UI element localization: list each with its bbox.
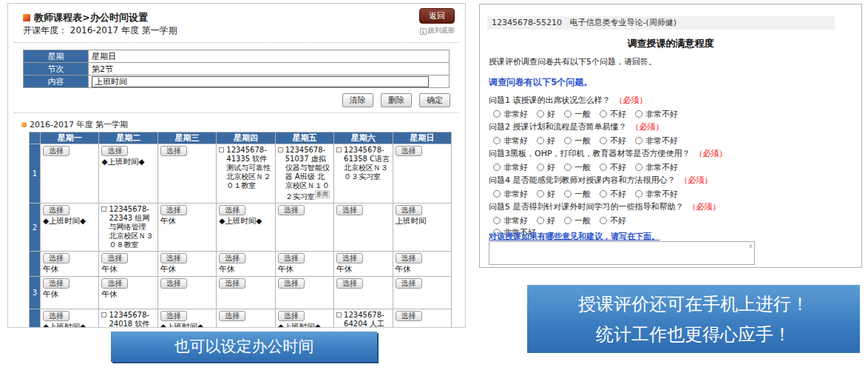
radio-option[interactable]: 好 (537, 109, 555, 120)
confirm-button[interactable]: 确定 (419, 93, 450, 107)
select-button[interactable]: 选择 (219, 253, 245, 263)
schedule-row: 4选择◆上班时间◆12345678-24018 软件工程概论 北京校区Ｎ２０８教… (30, 309, 452, 328)
course-entry: 12345678-41335 软件测试与可靠性 北京校区Ｎ２０１教室 (219, 146, 272, 190)
jump-to-bottom-link[interactable]: ↓跳到底部 (420, 26, 455, 36)
radio-icon (537, 164, 544, 171)
page-icon (23, 14, 30, 21)
radio-option[interactable]: 非常好 (493, 162, 528, 173)
radio-option[interactable]: 好 (537, 135, 555, 147)
week-label: 星期 (24, 50, 89, 63)
course-checkbox[interactable] (336, 147, 342, 152)
question-text: 问题3黑板，OHP，打印机，教育器材等是否方便使用？ (489, 149, 691, 158)
comment-textarea[interactable] (489, 241, 755, 265)
select-button[interactable]: 选择 (219, 311, 245, 321)
clear-button[interactable]: 清除 (342, 93, 373, 107)
radio-option[interactable]: 一般 (564, 135, 591, 147)
radio-option[interactable]: 不好 (600, 135, 626, 147)
schedule-cell: 选择午休 (275, 252, 333, 277)
schedule-cell: 选择◆上班时间◆ (41, 309, 99, 328)
select-button[interactable]: 选择 (160, 311, 187, 321)
content-input[interactable] (92, 76, 429, 87)
select-button[interactable]: 选择 (336, 278, 363, 289)
radio-option[interactable]: 一般 (564, 109, 591, 120)
radio-option[interactable]: 一般 (564, 189, 591, 200)
office-time-panel: 教师课程表>办公时间设置 返回 开课年度： 2016-2017 年度 第一学期 … (7, 3, 466, 328)
options-row: 非常好好一般不好 (489, 212, 854, 224)
radio-option[interactable]: 非常不好 (635, 189, 678, 200)
select-button[interactable]: 选择 (219, 278, 245, 289)
select-button[interactable]: 选择 (43, 253, 69, 263)
course-checkbox[interactable] (219, 147, 224, 152)
course-checkbox[interactable] (278, 147, 283, 152)
schedule-cell: 选择 (157, 277, 216, 309)
select-button[interactable]: 选择 (278, 253, 305, 263)
radio-option[interactable]: 非常好 (493, 189, 528, 200)
radio-option[interactable]: 非常不好 (635, 162, 678, 173)
banner-line-2: 统计工作也更得心应手！ (527, 320, 860, 350)
select-button[interactable]: 选择 (43, 205, 69, 215)
select-button[interactable]: 选择 (101, 278, 128, 289)
radio-label: 一般 (574, 189, 591, 199)
radio-option[interactable]: 一般 (564, 162, 591, 173)
row-number-header (30, 132, 41, 144)
select-button[interactable]: 选择 (160, 146, 187, 156)
separator (14, 112, 459, 113)
course-entry: 12345678-61358 C语言 北京校区Ｎ３０３实习室 (336, 146, 390, 181)
select-button[interactable]: 选择 (396, 278, 422, 289)
radio-option[interactable]: 一般 (564, 215, 591, 226)
radio-label: 非常不好 (645, 110, 678, 119)
select-button[interactable]: 选择 (160, 205, 187, 215)
period-label: 节次 (24, 63, 89, 75)
radio-option[interactable]: 非常不好 (635, 109, 678, 120)
select-button[interactable]: 选择 (396, 205, 422, 215)
multi-week-link[interactable]: 多周 (315, 190, 330, 198)
select-button[interactable]: 选择 (278, 205, 305, 215)
select-button[interactable]: 选择 (278, 311, 305, 321)
radio-option[interactable]: 不好 (600, 215, 626, 226)
select-button[interactable]: 选择 (43, 311, 69, 321)
select-button[interactable]: 选择 (278, 278, 305, 289)
course-checkbox[interactable] (101, 312, 106, 317)
schedule-cell: 12345678-22343 组网与网络管理 北京校区Ｎ３０８教室 (99, 204, 157, 252)
radio-label: 非常好 (503, 136, 528, 146)
radio-option[interactable]: 非常不好 (635, 135, 678, 147)
select-button[interactable]: 选择 (396, 146, 422, 156)
select-button[interactable]: 选择 (160, 253, 187, 263)
radio-option[interactable]: 好 (537, 189, 555, 200)
schedule-cell: 选择 (393, 144, 451, 204)
radio-option[interactable]: 好 (537, 162, 555, 173)
radio-option[interactable]: 不好 (600, 189, 626, 200)
schedule-cell: 12345678-61358 C语言 北京校区Ｎ３０３实习室 (334, 144, 393, 204)
day-column-header: 星期一 (41, 132, 99, 144)
schedule-cell: 选择午休 (99, 252, 157, 277)
schedule-caption: 2016-2017 年度 第一学期 (21, 119, 465, 130)
radio-option[interactable]: 不好 (600, 162, 626, 173)
radio-label: 非常不好 (645, 163, 678, 172)
select-button[interactable]: 选择 (336, 253, 363, 263)
radio-label: 不好 (610, 163, 626, 172)
select-button[interactable]: 选择 (396, 311, 422, 321)
select-button[interactable]: 选择 (219, 205, 245, 215)
select-button[interactable]: 选择 (43, 278, 69, 289)
form-buttons: 清除 删除 确定 (23, 92, 450, 107)
schedule-cell: 选择午休 (41, 277, 99, 309)
select-button[interactable]: 选择 (336, 205, 363, 215)
select-button[interactable]: 选择 (101, 253, 128, 263)
select-button[interactable]: 选择 (43, 146, 69, 156)
schedule-cell: 选择午休 (393, 252, 451, 277)
required-badge: （必须） (688, 202, 721, 212)
select-button[interactable]: 选择 (101, 146, 128, 156)
radio-option[interactable]: 非常好 (493, 135, 528, 147)
delete-button[interactable]: 删除 (381, 93, 412, 107)
radio-option[interactable]: 不好 (600, 109, 626, 120)
select-button[interactable]: 选择 (396, 253, 422, 263)
course-checkbox[interactable] (336, 312, 342, 317)
cell-note: 午休 (43, 264, 96, 275)
select-button[interactable]: 选择 (160, 278, 187, 289)
schedule-cell: 选择 (157, 144, 216, 204)
radio-icon (600, 217, 607, 224)
course-checkbox[interactable] (101, 206, 106, 212)
back-button[interactable]: 返回 (419, 8, 455, 24)
radio-option[interactable]: 非常好 (493, 109, 528, 120)
radio-icon (493, 190, 501, 198)
